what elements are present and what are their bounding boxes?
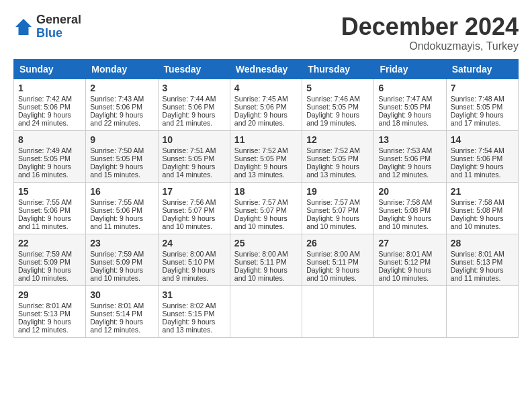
day-number: 23 [90, 238, 153, 248]
sunrise-text: Sunrise: 7:55 AM [18, 198, 72, 206]
day-number: 12 [306, 134, 369, 145]
calendar-cell: 26Sunrise: 8:00 AMSunset: 5:11 PMDayligh… [302, 234, 374, 285]
day-number: 2 [90, 83, 153, 93]
day-number: 14 [451, 134, 514, 145]
day-number: 24 [163, 238, 226, 248]
day-number: 31 [163, 289, 226, 300]
sunset-text: Sunset: 5:06 PM [18, 206, 71, 214]
daylight-text: Daylight: 9 hours and 11 minutes. [451, 266, 504, 282]
day-number: 17 [163, 186, 226, 197]
daylight-text: Daylight: 9 hours and 17 minutes. [451, 111, 504, 127]
daylight-text: Daylight: 9 hours and 15 minutes. [90, 163, 143, 179]
sunrise-text: Sunrise: 7:43 AM [90, 95, 144, 103]
calendar-cell: 25Sunrise: 8:00 AMSunset: 5:11 PMDayligh… [230, 234, 302, 285]
sunrise-text: Sunrise: 7:55 AM [90, 198, 144, 206]
calendar-cell: 18Sunrise: 7:57 AMSunset: 5:07 PMDayligh… [230, 182, 302, 234]
logo-text: General Blue [36, 13, 81, 40]
weekday-header: Sunday [14, 59, 86, 79]
weekday-header: Friday [374, 59, 446, 79]
calendar-cell: 27Sunrise: 8:01 AMSunset: 5:12 PMDayligh… [374, 234, 446, 285]
sunrise-text: Sunrise: 7:52 AM [306, 146, 360, 154]
calendar-cell: 10Sunrise: 7:51 AMSunset: 5:05 PMDayligh… [158, 130, 230, 182]
sunrise-text: Sunrise: 8:00 AM [234, 250, 288, 258]
calendar-cell: 11Sunrise: 7:52 AMSunset: 5:05 PMDayligh… [230, 130, 302, 182]
sunrise-text: Sunrise: 8:01 AM [451, 250, 504, 258]
sunset-text: Sunset: 5:06 PM [90, 206, 142, 214]
sunset-text: Sunset: 5:15 PM [163, 310, 215, 318]
calendar-cell: 6Sunrise: 7:47 AMSunset: 5:05 PMDaylight… [374, 79, 446, 130]
sunrise-text: Sunrise: 7:59 AM [90, 250, 144, 258]
sunset-text: Sunset: 5:05 PM [378, 103, 431, 111]
calendar-cell: 19Sunrise: 7:57 AMSunset: 5:07 PMDayligh… [302, 182, 374, 234]
calendar-cell: 28Sunrise: 8:01 AMSunset: 5:13 PMDayligh… [446, 234, 518, 285]
calendar-cell: 3Sunrise: 7:44 AMSunset: 5:06 PMDaylight… [158, 79, 230, 130]
calendar-cell [446, 285, 518, 337]
calendar-cell: 5Sunrise: 7:46 AMSunset: 5:05 PMDaylight… [302, 79, 374, 130]
sunrise-text: Sunrise: 7:51 AM [163, 146, 216, 154]
sunset-text: Sunset: 5:06 PM [234, 103, 287, 111]
sunrise-text: Sunrise: 7:42 AM [18, 95, 72, 103]
calendar-week-row: 22Sunrise: 7:59 AMSunset: 5:09 PMDayligh… [14, 234, 519, 285]
day-number: 21 [451, 186, 514, 197]
sunrise-text: Sunrise: 7:56 AM [163, 198, 216, 206]
daylight-text: Daylight: 9 hours and 12 minutes. [90, 318, 143, 334]
daylight-text: Daylight: 9 hours and 11 minutes. [451, 163, 504, 179]
sunrise-text: Sunrise: 7:53 AM [378, 146, 432, 154]
day-number: 8 [18, 134, 81, 145]
sunrise-text: Sunrise: 7:44 AM [163, 95, 216, 103]
day-number: 29 [18, 289, 81, 300]
sunset-text: Sunset: 5:07 PM [234, 206, 287, 214]
calendar-cell: 16Sunrise: 7:55 AMSunset: 5:06 PMDayligh… [86, 182, 158, 234]
month-title: December 2024 [341, 13, 519, 40]
sunset-text: Sunset: 5:06 PM [90, 103, 142, 111]
page-header: General Blue December 2024 Ondokuzmayis,… [13, 13, 519, 52]
sunset-text: Sunset: 5:09 PM [18, 258, 71, 266]
day-number: 4 [234, 83, 298, 93]
sunrise-text: Sunrise: 8:00 AM [163, 250, 216, 258]
daylight-text: Daylight: 9 hours and 20 minutes. [234, 111, 287, 127]
calendar-cell: 14Sunrise: 7:54 AMSunset: 5:06 PMDayligh… [446, 130, 518, 182]
sunrise-text: Sunrise: 7:49 AM [18, 146, 72, 154]
daylight-text: Daylight: 9 hours and 21 minutes. [163, 111, 216, 127]
calendar-cell: 12Sunrise: 7:52 AMSunset: 5:05 PMDayligh… [302, 130, 374, 182]
logo-icon [13, 17, 34, 37]
daylight-text: Daylight: 9 hours and 10 minutes. [163, 214, 216, 230]
day-number: 15 [18, 186, 81, 197]
calendar-cell: 2Sunrise: 7:43 AMSunset: 5:06 PMDaylight… [86, 79, 158, 130]
sunrise-text: Sunrise: 8:01 AM [18, 302, 72, 310]
day-number: 9 [90, 134, 153, 145]
sunrise-text: Sunrise: 7:47 AM [378, 95, 432, 103]
sunset-text: Sunset: 5:08 PM [378, 206, 431, 214]
day-number: 10 [163, 134, 226, 145]
daylight-text: Daylight: 9 hours and 10 minutes. [451, 214, 504, 230]
daylight-text: Daylight: 9 hours and 14 minutes. [163, 163, 216, 179]
calendar-cell: 1Sunrise: 7:42 AMSunset: 5:06 PMDaylight… [14, 79, 86, 130]
daylight-text: Daylight: 9 hours and 10 minutes. [90, 266, 143, 282]
daylight-text: Daylight: 9 hours and 16 minutes. [18, 163, 71, 179]
weekday-header-row: SundayMondayTuesdayWednesdayThursdayFrid… [14, 59, 519, 79]
calendar-cell: 13Sunrise: 7:53 AMSunset: 5:06 PMDayligh… [374, 130, 446, 182]
logo-general: General [36, 13, 81, 27]
daylight-text: Daylight: 9 hours and 10 minutes. [306, 266, 359, 282]
daylight-text: Daylight: 9 hours and 13 minutes. [163, 318, 216, 334]
logo-blue: Blue [36, 27, 81, 40]
day-number: 27 [378, 238, 441, 248]
calendar-cell: 17Sunrise: 7:56 AMSunset: 5:07 PMDayligh… [158, 182, 230, 234]
sunrise-text: Sunrise: 7:57 AM [306, 198, 360, 206]
sunset-text: Sunset: 5:08 PM [451, 206, 503, 214]
sunrise-text: Sunrise: 7:48 AM [451, 95, 504, 103]
daylight-text: Daylight: 9 hours and 22 minutes. [90, 111, 143, 127]
sunrise-text: Sunrise: 7:52 AM [234, 146, 288, 154]
day-number: 30 [90, 289, 153, 300]
day-number: 19 [306, 186, 369, 197]
daylight-text: Daylight: 9 hours and 12 minutes. [378, 163, 431, 179]
day-number: 26 [306, 238, 369, 248]
daylight-text: Daylight: 9 hours and 11 minutes. [18, 214, 71, 230]
sunset-text: Sunset: 5:14 PM [90, 310, 142, 318]
sunset-text: Sunset: 5:13 PM [451, 258, 503, 266]
calendar-cell: 30Sunrise: 8:01 AMSunset: 5:14 PMDayligh… [86, 285, 158, 337]
sunset-text: Sunset: 5:06 PM [163, 103, 215, 111]
sunset-text: Sunset: 5:13 PM [18, 310, 71, 318]
location: Ondokuzmayis, Turkey [341, 40, 519, 52]
calendar-week-row: 8Sunrise: 7:49 AMSunset: 5:05 PMDaylight… [14, 130, 519, 182]
